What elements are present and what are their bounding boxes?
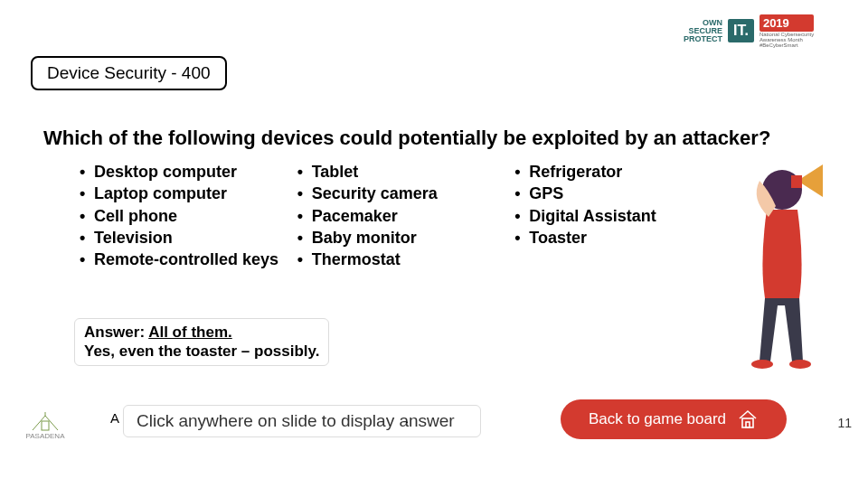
svg-rect-7 xyxy=(42,421,49,430)
category-title: Device Security - 400 xyxy=(31,56,227,90)
question-text: Which of the following devices could pot… xyxy=(43,127,825,150)
logo-year: 2019 xyxy=(760,14,814,32)
column-1: Desktop computer Laptop computer Cell ph… xyxy=(80,161,288,270)
corner-logo-text: PASADENA xyxy=(18,432,72,440)
page-number: 11 xyxy=(837,416,852,430)
list-item: Television xyxy=(80,227,288,249)
svg-point-3 xyxy=(751,360,773,369)
list-item: Thermostat xyxy=(297,249,506,270)
list-item: Remote-controlled keys xyxy=(80,249,288,270)
answer-prefix: Answer: xyxy=(84,324,148,341)
list-item: Toaster xyxy=(514,227,723,249)
svg-point-4 xyxy=(789,360,811,369)
list-item: Tablet xyxy=(297,161,506,183)
list-item: Pacemaker xyxy=(297,205,506,227)
list-item: Laptop computer xyxy=(80,183,288,204)
column-3: Refrigerator GPS Digital Assistant Toast… xyxy=(514,161,723,270)
svg-rect-2 xyxy=(791,175,802,188)
list-item: Security camera xyxy=(297,183,506,204)
answer-main: All of them. xyxy=(148,324,232,341)
back-to-board-button[interactable]: Back to game board xyxy=(561,399,787,439)
svg-rect-6 xyxy=(746,422,750,427)
logo-tag1: National Cybersecurity xyxy=(760,32,814,37)
list-item: Refrigerator xyxy=(514,161,723,183)
house-icon xyxy=(737,408,759,430)
column-2: Tablet Security camera Pacemaker Baby mo… xyxy=(297,161,506,270)
hint-box[interactable]: Click anywhere on slide to display answe… xyxy=(123,405,481,437)
list-item: Desktop computer xyxy=(80,161,288,183)
device-columns: Desktop computer Laptop computer Cell ph… xyxy=(80,161,723,270)
megaphone-person-illustration xyxy=(732,154,832,371)
answer-line2: Yes, even the toaster – possibly. xyxy=(84,342,319,361)
corner-logo: PASADENA xyxy=(18,410,72,446)
back-label: Back to game board xyxy=(589,410,726,428)
list-item: GPS xyxy=(514,183,723,204)
svg-rect-5 xyxy=(742,418,753,427)
logo-line3: PROTECT xyxy=(684,35,722,43)
hint-suffix: . xyxy=(405,410,409,426)
list-item: Baby monitor xyxy=(297,227,506,249)
answer-box: Answer: All of them. Yes, even the toast… xyxy=(74,318,329,366)
list-item: Cell phone xyxy=(80,205,288,227)
logo-it: IT. xyxy=(728,19,754,42)
logo-tag3: #BeCyberSmart xyxy=(760,42,814,48)
event-logo: OWN SECURE PROTECT IT. 2019 National Cyb… xyxy=(684,13,846,49)
list-item: Digital Assistant xyxy=(514,205,723,227)
hint-prefix: A xyxy=(110,410,119,426)
